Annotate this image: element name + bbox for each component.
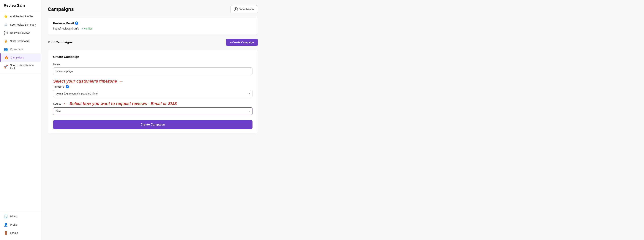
sidebar-item-label: Reply to Reviews xyxy=(10,31,30,34)
page-header: Campaigns View Tutorial xyxy=(48,5,258,13)
source-label: Source xyxy=(53,102,61,105)
sidebar-item-stats-dashboard[interactable]: 🍺 Stats Dashboard xyxy=(0,37,41,45)
sidebar-item-label: Campaigns xyxy=(10,56,24,59)
profile-icon: 👤 xyxy=(4,223,8,227)
business-email-info-icon[interactable]: ? xyxy=(75,22,78,25)
stats-dashboard-icon: 🍺 xyxy=(4,39,8,43)
sidebar-item-label: Stats Dashboard xyxy=(10,40,30,43)
sidebar-item-label: Customers xyxy=(10,48,23,51)
sidebar-nav: ⭐ Add Review Profiles ☁️ See Review Summ… xyxy=(0,11,41,211)
reply-to-reviews-icon: 💬 xyxy=(4,31,8,35)
annotation1-text: Select your customer's timezone xyxy=(53,79,117,84)
page-title: Campaigns xyxy=(48,6,74,12)
email-row: hugh@reviewgain.info ✓ verified xyxy=(53,27,252,30)
source-select[interactable]: Sms Email xyxy=(53,107,252,115)
create-campaign-title: Create Campaign xyxy=(53,55,252,59)
sidebar-item-reply-to-reviews[interactable]: 💬 Reply to Reviews xyxy=(0,29,41,37)
verified-badge: ✓ verified xyxy=(81,27,92,30)
sidebar-bottom: 🧾 Billing 👤 Profile 🚪 Logout xyxy=(0,211,41,240)
create-campaign-section: Create Campaign Name Select your custome… xyxy=(48,50,258,134)
timezone-form-group: Timezone ? UMST (US Mountain Standard Ti… xyxy=(53,85,252,97)
verified-text: verified xyxy=(84,27,92,30)
app-logo: ReviewGain xyxy=(0,0,41,11)
sidebar-item-label: Billing xyxy=(10,215,17,218)
play-triangle-icon xyxy=(235,8,237,10)
sidebar-item-billing[interactable]: 🧾 Billing xyxy=(0,212,41,220)
view-tutorial-label: View Tutorial xyxy=(240,8,254,11)
campaigns-header: Your Campaigns + Create Campaign xyxy=(48,39,258,46)
sidebar-item-customers[interactable]: 👥 Customers xyxy=(0,45,41,53)
sidebar-item-label: Add Review Profiles xyxy=(10,15,33,18)
add-review-profiles-icon: ⭐ xyxy=(4,14,8,19)
name-input[interactable] xyxy=(53,67,252,75)
sidebar-item-send-instant-review-invite[interactable]: 🚀 Send Instant Review Invite xyxy=(0,62,41,72)
sidebar-item-see-review-summary[interactable]: ☁️ See Review Summary xyxy=(0,21,41,29)
name-label: Name xyxy=(53,63,252,66)
view-tutorial-button[interactable]: View Tutorial xyxy=(230,5,258,13)
business-email-value: hugh@reviewgain.info xyxy=(53,27,79,30)
check-icon: ✓ xyxy=(81,27,84,30)
sidebar-item-logout[interactable]: 🚪 Logout xyxy=(0,229,41,237)
your-campaigns-title: Your Campaigns xyxy=(48,41,73,44)
annotation2-arrow-icon: ← xyxy=(63,101,68,106)
play-icon xyxy=(234,7,238,11)
source-annotation: Source ← Select how you want to request … xyxy=(53,101,252,106)
send-instant-icon: 🚀 xyxy=(4,65,8,69)
annotation2-text: Select how you want to request reviews -… xyxy=(70,101,177,106)
see-review-summary-icon: ☁️ xyxy=(4,23,8,27)
business-email-label: Business Email ? xyxy=(53,22,252,25)
timezone-annotation: Select your customer's timezone ← xyxy=(53,79,252,84)
sidebar-item-campaigns[interactable]: 🔥 Campaigns xyxy=(0,53,41,62)
source-form-group: Sms Email ▾ xyxy=(53,107,252,115)
timezone-info-icon[interactable]: ? xyxy=(66,85,69,88)
sidebar-item-profile[interactable]: 👤 Profile xyxy=(0,220,41,229)
sidebar-item-label: Send Instant Review Invite xyxy=(10,64,37,70)
name-form-group: Name xyxy=(53,63,252,75)
create-campaign-button[interactable]: + Create Campaign xyxy=(226,39,258,46)
timezone-select[interactable]: UMST (US Mountain Standard Time) EST (Ea… xyxy=(53,90,252,97)
sidebar: ReviewGain ⭐ Add Review Profiles ☁️ See … xyxy=(0,0,41,240)
main-content: Campaigns View Tutorial Business Email ?… xyxy=(41,0,644,240)
timezone-select-wrapper: UMST (US Mountain Standard Time) EST (Ea… xyxy=(53,90,252,97)
billing-icon: 🧾 xyxy=(4,214,8,218)
sidebar-item-label: Logout xyxy=(10,231,18,234)
logout-icon: 🚪 xyxy=(4,231,8,235)
sidebar-item-label: Profile xyxy=(10,223,18,226)
customers-icon: 👥 xyxy=(4,47,8,51)
business-email-card: Business Email ? hugh@reviewgain.info ✓ … xyxy=(48,17,258,35)
sidebar-item-add-review-profiles[interactable]: ⭐ Add Review Profiles xyxy=(0,12,41,21)
timezone-label: Timezone ? xyxy=(53,85,252,88)
submit-create-campaign-button[interactable]: Create Campaign xyxy=(53,120,252,129)
campaigns-icon: 🔥 xyxy=(4,55,8,60)
sidebar-item-label: See Review Summary xyxy=(10,23,36,26)
source-select-wrapper: Sms Email ▾ xyxy=(53,107,252,115)
annotation1-arrow-icon: ← xyxy=(118,79,124,84)
